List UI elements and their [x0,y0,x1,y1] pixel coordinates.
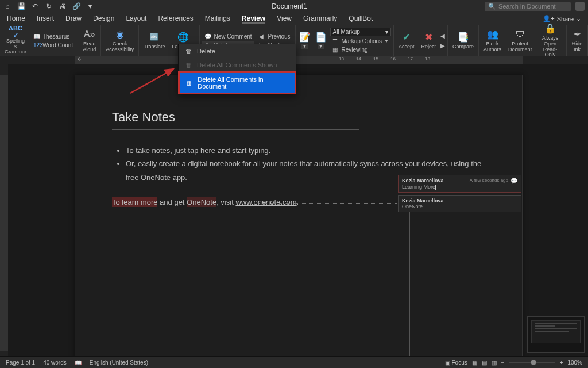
navigation-thumbnail[interactable] [527,316,585,353]
compare-button[interactable]: 📑Compare [450,30,476,51]
status-bar: Page 1 of 1 40 words 📖 English (United S… [0,356,588,368]
tab-layout[interactable]: Layout [126,14,146,24]
delete-all-icon: 🗑 [184,61,192,69]
spelling-grammar-button[interactable]: ABC✓ Spelling & Grammar [2,25,29,57]
reply-icon[interactable]: 💬 [510,178,517,184]
previous-comment-button[interactable]: ◀Previous [257,32,293,40]
tab-references[interactable]: References [158,14,193,24]
language-indicator[interactable]: English (United States) [90,359,148,366]
zoom-level[interactable]: 100% [567,359,582,366]
reviewing-pane-button[interactable]: ▦Reviewing [330,45,392,53]
show-markup-big-button[interactable]: 📄▼ [314,30,328,51]
tab-design[interactable]: Design [93,14,114,24]
comments-pane: 💬 A few seconds ago Kezia Marcellova Lea… [398,175,521,214]
delete-dropdown-menu: 🗑 Delete 🗑 Delete All Comments Shown 🗑 D… [178,44,296,94]
accessibility-icon: ◉ [114,29,126,40]
comment-balloon[interactable]: Kezia Marcellova OneNote [398,195,521,212]
protect-document-button[interactable]: 🛡Protect Document [506,28,534,54]
zoom-slider[interactable] [509,362,555,363]
save-icon[interactable]: 💾 [17,2,25,10]
zoom-in-button[interactable]: + [560,359,563,366]
undo-icon[interactable]: ↶ [31,2,39,10]
prev-change-icon[interactable]: ◀ [440,33,445,39]
share-label: Share [557,16,574,22]
tab-home[interactable]: Home [7,14,25,24]
delete-all-in-document-menu-item[interactable]: 🗑 Delete All Comments in Document [179,72,296,94]
always-open-readonly-button[interactable]: 🔒Always Open Read-Only [536,22,564,60]
document-title: Document1 [94,2,485,10]
page-heading: Take Notes [112,110,485,125]
tab-draw[interactable]: Draw [65,14,82,24]
block-authors-button[interactable]: 👥Block Authors [481,28,504,54]
markup-options-icon: ☰ [332,37,339,44]
vertical-ruler [0,64,8,356]
page-indicator[interactable]: Page 1 of 1 [6,359,35,366]
read-aloud-icon: A» [84,29,95,40]
reject-button[interactable]: ✖Reject [419,30,439,51]
markup-options-button[interactable]: ☰Markup Options▼ [330,37,392,45]
previous-icon: ◀ [259,33,266,40]
translate-icon: 🔤 [149,32,160,43]
view-outline-icon[interactable]: ▥ [492,359,497,366]
home-icon[interactable]: ⌂ [3,2,11,10]
print-icon[interactable]: 🖨 [59,2,67,10]
readonly-icon: 🔒 [544,23,556,34]
word-count-indicator[interactable]: 40 words [43,359,67,366]
comment-text: Learning More [402,184,517,190]
spell-check-icon[interactable]: 📖 [75,359,82,366]
share-qat-icon[interactable]: 🔗 [72,2,80,10]
view-web-icon[interactable]: ▤ [482,359,487,366]
bullet-item: To take notes, just tap here and start t… [126,144,485,157]
comment-time: A few seconds ago [470,178,508,183]
tab-view[interactable]: View [277,14,292,24]
comment-text: OneNote [402,204,517,209]
compare-icon: 📑 [458,32,469,43]
document-page[interactable]: Take Notes To take notes, just tap here … [75,75,523,356]
zoom-out-button[interactable]: − [501,359,505,366]
comment-connector [226,193,398,193]
tab-quillbot[interactable]: QuillBot [349,14,373,24]
redo-icon[interactable]: ↻ [45,2,53,10]
onenote-link[interactable]: www.onenote.com [235,198,296,206]
block-authors-icon: 👥 [487,29,498,40]
tab-insert[interactable]: Insert [37,14,54,24]
tab-grammarly[interactable]: Grammarly [303,14,337,24]
search-input[interactable]: 🔍 Search in Document [485,2,571,12]
tab-review[interactable]: Review [242,14,265,24]
accept-button[interactable]: ✔Accept [396,30,417,51]
delete-menu-item[interactable]: 🗑 Delete [179,44,296,58]
spelling-icon: ABC✓ [10,26,21,37]
search-placeholder: Search in Document [498,3,556,10]
wordcount-icon: 123 [33,41,40,48]
word-count-button[interactable]: 123Word Count [31,41,75,49]
read-aloud-button[interactable]: A»Read Aloud [80,28,98,54]
accept-icon: ✔ [401,32,412,43]
hide-ink-button[interactable]: ✒Hide Ink [569,28,585,54]
markup-mode-select[interactable]: All Markup [330,28,392,36]
reviewing-icon: ▦ [332,46,339,53]
search-icon: 🔍 [488,3,496,10]
new-comment-button[interactable]: 💬New Comment [202,32,254,40]
check-accessibility-button[interactable]: ◉Check Accessibility [103,28,136,54]
new-comment-icon: 💬 [204,33,211,40]
user-avatar-icon[interactable] [575,2,585,11]
reject-icon: ✖ [423,32,434,43]
tracking-big-button[interactable]: 📝▼ [298,30,312,51]
language-icon: 🌐 [177,32,189,43]
comment-connector [259,203,397,204]
highlight-span: To learn more [112,197,157,207]
qat-more-icon[interactable]: ▾ [86,2,94,10]
translate-button[interactable]: 🔤Translate [141,30,167,51]
comment-balloon[interactable]: 💬 A few seconds ago Kezia Marcellova Lea… [398,175,521,193]
tracking-icon: 📝 [299,32,311,43]
view-print-icon[interactable]: ▦ [472,359,477,366]
tab-mailings[interactable]: Mailings [205,14,230,24]
next-change-icon[interactable]: ▶ [440,43,445,49]
focus-mode-button[interactable]: ▣ Focus [445,359,467,366]
chevron-down-icon: ▼ [301,44,308,49]
workspace: Take Notes To take notes, just tap here … [0,64,588,356]
thesaurus-icon: 📖 [33,33,40,40]
titlebar: ⌂ 💾 ↶ ↻ 🖨 🔗 ▾ Document1 🔍 Search in Docu… [0,0,588,13]
thesaurus-button[interactable]: 📖Thesaurus [31,32,75,40]
comment-author: Kezia Marcellova [402,178,444,183]
